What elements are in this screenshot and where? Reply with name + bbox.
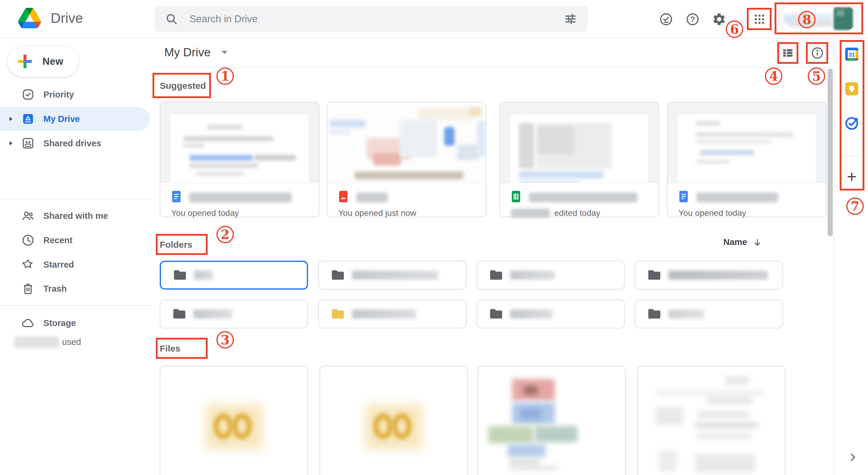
blurred-folder-name xyxy=(352,309,416,318)
add-panel-icon[interactable]: + xyxy=(844,169,860,184)
sidebar-item-label: Starred xyxy=(43,260,74,270)
drive-logo-icon xyxy=(18,8,41,28)
sidebar-item-trash[interactable]: Trash xyxy=(0,277,150,301)
breadcrumb-my-drive[interactable]: My Drive xyxy=(164,46,228,59)
new-plus-icon xyxy=(17,53,33,70)
blurred-folder-name xyxy=(669,271,768,280)
blurred-file-title xyxy=(696,193,778,202)
check-circle-icon[interactable] xyxy=(658,11,674,27)
account-chip[interactable] xyxy=(778,4,857,32)
new-button-label: New xyxy=(42,56,63,67)
sidebar-item-label: Shared drives xyxy=(43,138,101,148)
gear-icon[interactable] xyxy=(711,11,727,27)
search-options-icon[interactable] xyxy=(564,12,578,26)
starred-icon xyxy=(21,258,35,272)
blurred-folder-name xyxy=(510,309,553,318)
search-input[interactable] xyxy=(189,13,553,25)
section-label-files: Files xyxy=(160,343,180,354)
svg-text:31: 31 xyxy=(849,52,855,58)
folder-icon xyxy=(331,308,345,320)
info-icon[interactable] xyxy=(809,45,825,61)
blurred-yellow-logo xyxy=(232,413,252,439)
vertical-scrollbar[interactable] xyxy=(828,69,833,236)
file-thumbnail xyxy=(160,102,319,183)
sidebar-item-starred[interactable]: Starred xyxy=(0,252,150,277)
section-label-folders: Folders xyxy=(160,240,192,250)
suggested-card[interactable]: You opened just now xyxy=(327,102,487,217)
folder-card[interactable] xyxy=(160,300,308,329)
blurred-yellow-logo xyxy=(373,413,393,439)
folder-card[interactable] xyxy=(635,261,783,290)
sidebar-item-shared-with-me[interactable]: Shared with me xyxy=(0,204,150,228)
expand-caret-icon[interactable] xyxy=(8,116,14,122)
sidebar-item-recent[interactable]: Recent xyxy=(0,228,150,252)
annotation-number-4: 4 xyxy=(765,67,782,85)
right-side-panel: 31 + xyxy=(834,38,868,475)
blurred-yellow-logo xyxy=(213,413,233,439)
suggested-card[interactable]: You opened today xyxy=(160,102,319,217)
blurred-storage-amount xyxy=(14,337,59,348)
docs-file-icon xyxy=(171,190,181,203)
folder-icon xyxy=(647,308,661,320)
blurred-yellow-logo xyxy=(392,413,412,439)
sidebar-divider xyxy=(0,199,154,199)
arrow-down-icon xyxy=(752,238,762,247)
keep-icon[interactable] xyxy=(844,81,860,97)
sidebar: New Priority My Drive xyxy=(0,38,154,475)
blurred-account-name xyxy=(789,21,833,27)
chevron-right-icon[interactable] xyxy=(847,452,858,462)
sidebar-item-label: My Drive xyxy=(43,114,80,124)
annotation-number-5: 5 xyxy=(808,67,825,85)
tasks-icon[interactable] xyxy=(844,115,860,131)
help-icon[interactable]: ? xyxy=(685,11,701,27)
sort-label: Name xyxy=(723,237,747,247)
suggested-card[interactable]: You opened today xyxy=(667,102,827,217)
sidebar-item-label: Priority xyxy=(43,90,74,100)
image-file-icon xyxy=(338,190,348,203)
avatar[interactable] xyxy=(834,7,853,30)
file-card[interactable] xyxy=(160,366,308,475)
folder-icon xyxy=(489,269,503,281)
file-thumbnail xyxy=(500,102,658,183)
suggested-card[interactable]: edited today xyxy=(499,102,659,217)
sort-control[interactable]: Name xyxy=(723,237,762,247)
folder-card[interactable] xyxy=(318,300,467,329)
list-view-toggle-icon[interactable] xyxy=(780,45,796,61)
file-caption: You opened today xyxy=(171,208,239,218)
sidebar-item-label: Trash xyxy=(43,284,67,294)
sidebar-item-my-drive[interactable]: My Drive xyxy=(0,107,150,131)
file-card[interactable] xyxy=(319,366,468,475)
search-bar[interactable] xyxy=(155,6,588,32)
folder-icon xyxy=(489,308,503,320)
annotation-number-1: 1 xyxy=(216,67,234,85)
calendar-icon[interactable]: 31 xyxy=(844,46,860,62)
search-icon[interactable] xyxy=(165,12,178,26)
folder-card[interactable] xyxy=(476,261,625,290)
file-caption: edited today xyxy=(511,208,600,218)
sidebar-item-shared-drives[interactable]: Shared drives xyxy=(0,131,150,155)
svg-text:?: ? xyxy=(690,15,695,24)
drive-logo[interactable]: Drive xyxy=(18,8,83,28)
folder-card[interactable] xyxy=(635,300,783,329)
blurred-folder-name xyxy=(193,309,232,318)
sidebar-item-priority[interactable]: Priority xyxy=(0,82,150,107)
folder-card[interactable] xyxy=(318,261,467,290)
my-drive-icon xyxy=(21,112,35,126)
google-drive-app: Drive ? xyxy=(0,0,868,475)
expand-caret-icon[interactable] xyxy=(8,140,14,146)
file-thumbnail xyxy=(327,102,486,183)
blurred-file-title xyxy=(529,193,638,202)
file-card[interactable] xyxy=(637,366,785,475)
file-card[interactable] xyxy=(477,366,626,475)
folder-card[interactable] xyxy=(160,261,308,290)
folder-icon xyxy=(331,269,345,281)
blurred-document xyxy=(725,377,749,384)
folder-card[interactable] xyxy=(476,300,625,329)
blurred-file-title xyxy=(189,193,292,202)
blurred-folder-name xyxy=(194,271,213,280)
new-button[interactable]: New xyxy=(7,46,79,77)
apps-grid-icon[interactable] xyxy=(752,11,767,27)
sidebar-item-storage[interactable]: Storage xyxy=(0,311,150,335)
chevron-down-icon xyxy=(221,50,228,55)
file-caption: You opened just now xyxy=(338,208,416,218)
